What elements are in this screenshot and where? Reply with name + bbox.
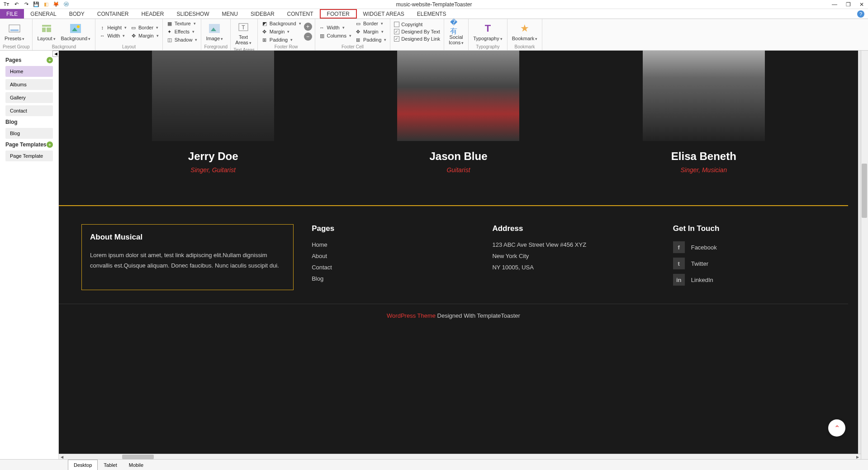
layout-button[interactable]: Layout xyxy=(35,21,57,42)
checkbox-icon xyxy=(394,22,399,27)
footer-link[interactable]: Blog xyxy=(312,275,474,282)
tab-menu[interactable]: MENU xyxy=(216,9,244,19)
firefox-icon[interactable]: 🦊 xyxy=(52,1,60,8)
shadow-button[interactable]: ◫Shadow xyxy=(166,36,199,43)
footer-touch-title: Get In Touch xyxy=(673,224,835,233)
row-margin-button[interactable]: ✥Margin xyxy=(261,28,302,35)
bookmark-button[interactable]: ★ Bookmark xyxy=(510,21,540,42)
cell-border-button[interactable]: ▭Border xyxy=(354,20,387,27)
tab-body[interactable]: BODY xyxy=(63,9,91,19)
copyright-checkbox[interactable]: Copyright xyxy=(393,21,441,28)
pages-sidebar: ◀ Pages + Home Albums Gallery Contact Bl… xyxy=(0,51,59,459)
scroll-right-icon[interactable]: ▶ xyxy=(854,455,861,459)
background-button[interactable]: Background xyxy=(59,21,93,42)
text-tool-icon[interactable]: Tᴛ xyxy=(3,1,10,8)
device-tab-mobile[interactable]: Mobile xyxy=(123,460,149,470)
redo-icon[interactable]: ↷ xyxy=(23,1,30,8)
social-link[interactable]: in LinkedIn xyxy=(673,274,835,286)
page-item-contact[interactable]: Contact xyxy=(5,105,53,116)
group-effects: ▦Texture ✦Effects ◫Shadow xyxy=(163,19,202,50)
template-item[interactable]: Page Template xyxy=(5,150,53,161)
designed-link-checkbox[interactable]: ✓Designed By Link xyxy=(393,36,441,42)
remove-row-button[interactable]: − xyxy=(304,33,312,41)
text-areas-button[interactable]: T Text Areas xyxy=(233,20,253,47)
wordpress-icon[interactable]: ⓦ xyxy=(62,1,70,8)
tab-footer[interactable]: FOOTER xyxy=(320,9,357,19)
joomla-icon[interactable]: ◧ xyxy=(43,1,50,8)
footer-link[interactable]: About xyxy=(312,253,474,259)
typography-button[interactable]: T Typography xyxy=(471,21,504,42)
tab-sidebar[interactable]: SIDEBAR xyxy=(244,9,281,19)
undo-icon[interactable]: ↶ xyxy=(13,1,20,8)
tab-elements[interactable]: ELEMENTS xyxy=(411,9,453,19)
scroll-to-top-button[interactable]: ⌃ xyxy=(828,419,845,437)
designed-text-checkbox[interactable]: ✓Designed By Text xyxy=(393,28,441,35)
cell-margin-button[interactable]: ✥Margin xyxy=(354,28,387,35)
row-padding-button[interactable]: ⊞Padding xyxy=(261,36,302,43)
minimize-button[interactable]: — xyxy=(828,0,841,9)
layout-icon xyxy=(40,22,53,35)
wp-theme-link[interactable]: WordPress Theme xyxy=(387,312,436,319)
checkbox-icon: ✓ xyxy=(394,36,399,42)
border-button[interactable]: ▭Border xyxy=(129,24,160,31)
page-item-home[interactable]: Home xyxy=(5,66,53,77)
effects-button[interactable]: ✦Effects xyxy=(166,28,199,35)
scrollbar-thumb[interactable] xyxy=(122,455,154,459)
close-button[interactable]: ✕ xyxy=(855,0,868,9)
cell-columns-button[interactable]: ▥Columns xyxy=(318,32,352,39)
add-row-button[interactable]: + xyxy=(304,23,312,31)
social-link[interactable]: t Twitter xyxy=(673,258,835,269)
save-icon[interactable]: 💾 xyxy=(33,1,40,8)
presets-button[interactable]: Presets xyxy=(3,21,26,42)
tab-general[interactable]: GENERAL xyxy=(24,9,62,19)
footer-address-title: Address xyxy=(492,224,655,233)
scroll-left-icon[interactable]: ◀ xyxy=(59,455,65,459)
member-card: Elisa Beneth Singer, Musician xyxy=(643,51,765,174)
texture-button[interactable]: ▦Texture xyxy=(166,20,199,27)
canvas-area: Jerry Doe Singer, Guitarist Jason Blue G… xyxy=(59,51,868,459)
member-photo xyxy=(643,51,765,141)
file-tab[interactable]: FILE xyxy=(0,9,24,19)
member-role: Singer, Guitarist xyxy=(152,166,274,174)
footer-link[interactable]: Home xyxy=(312,241,474,248)
maximize-button[interactable]: ❐ xyxy=(842,0,854,9)
svg-rect-2 xyxy=(42,25,51,27)
footer-section[interactable]: About Musical Lorem ipsum dolor sit amet… xyxy=(59,206,858,304)
add-template-button[interactable]: + xyxy=(47,141,53,148)
member-card: Jerry Doe Singer, Guitarist xyxy=(152,51,274,174)
width-button[interactable]: ↔Width xyxy=(98,32,128,39)
facebook-icon: f xyxy=(673,241,685,253)
footer-about-title: About Musical xyxy=(90,233,285,242)
social-icons-button[interactable]: �有 Social Icons xyxy=(447,20,465,47)
svg-rect-5 xyxy=(70,24,81,33)
margin-button[interactable]: ✥Margin xyxy=(129,32,160,39)
member-photo xyxy=(152,51,274,141)
cell-width-button[interactable]: ↔Width xyxy=(318,24,352,31)
tab-widget-areas[interactable]: WIDGET AREAS xyxy=(357,9,411,19)
row-background-button[interactable]: ◩Background xyxy=(261,20,302,27)
help-icon[interactable]: ? xyxy=(857,10,864,18)
device-tab-tablet[interactable]: Tablet xyxy=(98,460,123,470)
social-link[interactable]: f Facebook xyxy=(673,241,835,253)
vertical-scrollbar[interactable] xyxy=(861,51,868,459)
device-tab-desktop[interactable]: Desktop xyxy=(68,460,98,470)
footer-about-selected[interactable]: About Musical Lorem ipsum dolor sit amet… xyxy=(81,224,294,290)
collapse-sidebar-button[interactable]: ◀ xyxy=(52,51,59,57)
page-item-albums[interactable]: Albums xyxy=(5,79,53,90)
page-preview[interactable]: Jerry Doe Singer, Guitarist Jason Blue G… xyxy=(59,51,858,459)
cell-padding-button[interactable]: ⊞Padding xyxy=(354,36,387,43)
page-item-gallery[interactable]: Gallery xyxy=(5,92,53,103)
tab-header[interactable]: HEADER xyxy=(135,9,171,19)
blog-item[interactable]: Blog xyxy=(5,128,53,139)
scrollbar-thumb[interactable] xyxy=(862,164,867,218)
tab-container[interactable]: CONTAINER xyxy=(91,9,135,19)
group-text-areas: T Text Areas Text Areas xyxy=(231,19,258,50)
twitter-icon: t xyxy=(673,258,685,269)
add-page-button[interactable]: + xyxy=(47,57,53,63)
height-button[interactable]: ↕Height xyxy=(98,24,128,31)
tab-content[interactable]: CONTENT xyxy=(281,9,320,19)
footer-link[interactable]: Contact xyxy=(312,264,474,271)
image-button[interactable]: Image xyxy=(204,21,225,42)
tab-slideshow[interactable]: SLIDESHOW xyxy=(171,9,216,19)
horizontal-scrollbar[interactable]: ◀ ▶ xyxy=(59,454,861,459)
